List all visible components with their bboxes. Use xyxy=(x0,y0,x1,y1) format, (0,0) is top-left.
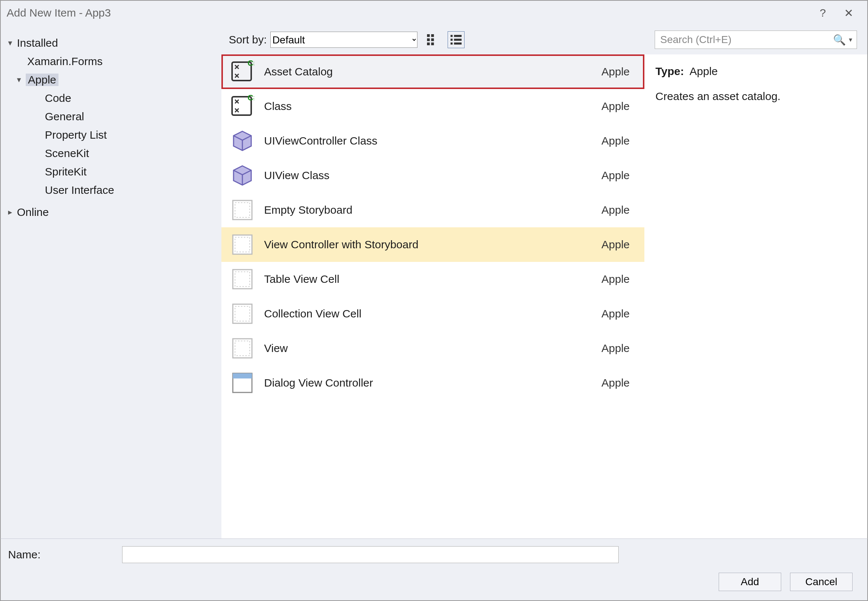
view-tiles-button[interactable] xyxy=(424,31,441,48)
template-name: Class xyxy=(264,100,601,113)
search-box[interactable]: 🔍 ▾ xyxy=(655,31,857,49)
template-name: Collection View Cell xyxy=(264,308,601,320)
template-category: Apple xyxy=(601,100,630,113)
template-row[interactable]: Table View CellApple xyxy=(221,262,644,296)
chevron-down-icon xyxy=(8,38,17,48)
storyboard-icon xyxy=(230,267,255,291)
type-label: Type: xyxy=(655,65,684,77)
template-row[interactable]: View Controller with StoryboardApple xyxy=(221,227,644,262)
name-label: Name: xyxy=(8,548,122,561)
template-name: Empty Storyboard xyxy=(264,204,601,216)
template-description: Type: Apple Creates an asset catalog. xyxy=(644,55,867,538)
tree-apple-general[interactable]: General xyxy=(1,107,221,126)
template-name: View xyxy=(264,342,601,355)
template-row[interactable]: UIView ClassApple xyxy=(221,158,644,193)
template-category: Apple xyxy=(601,377,630,389)
template-list: Asset CatalogAppleClassAppleUIViewContro… xyxy=(221,55,644,538)
search-input[interactable] xyxy=(659,34,830,46)
template-name: Dialog View Controller xyxy=(264,377,601,389)
tree-apple-scenekit[interactable]: SceneKit xyxy=(1,144,221,163)
template-row[interactable]: Collection View CellApple xyxy=(221,296,644,331)
template-row[interactable]: Dialog View ControllerApple xyxy=(221,366,644,400)
template-category: Apple xyxy=(601,342,630,355)
storyboard-icon xyxy=(230,336,255,360)
add-button[interactable]: Add xyxy=(719,573,781,591)
template-row[interactable]: ClassApple xyxy=(221,89,644,124)
template-category: Apple xyxy=(601,169,630,182)
tree-online[interactable]: Online xyxy=(1,203,221,221)
storyboard-icon xyxy=(230,302,255,326)
template-category: Apple xyxy=(601,308,630,320)
tree-apple-user-interface[interactable]: User Interface xyxy=(1,181,221,199)
template-row[interactable]: UIViewController ClassApple xyxy=(221,124,644,158)
template-toolbar: Sort by: Default xyxy=(221,25,644,55)
tree-apple-code[interactable]: Code xyxy=(1,89,221,107)
cancel-button[interactable]: Cancel xyxy=(790,573,853,591)
template-name: Asset Catalog xyxy=(264,66,601,78)
csharp-icon xyxy=(230,59,255,84)
tree-xamarin-forms[interactable]: Xamarin.Forms xyxy=(1,52,221,71)
storyboard-icon xyxy=(230,198,255,222)
template-name: UIView Class xyxy=(264,169,601,182)
sort-by-label: Sort by: xyxy=(229,34,267,46)
tree-label: Installed xyxy=(17,37,62,49)
help-button[interactable]: ? xyxy=(810,7,836,19)
sidebar: Installed Xamarin.Forms Apple Code Gener… xyxy=(1,25,221,538)
template-row[interactable]: Asset CatalogApple xyxy=(221,55,644,89)
template-category: Apple xyxy=(601,238,630,251)
template-category: Apple xyxy=(601,66,630,78)
list-icon xyxy=(450,34,462,45)
view-list-button[interactable] xyxy=(448,31,465,48)
tree-installed[interactable]: Installed xyxy=(1,34,221,52)
template-category: Apple xyxy=(601,204,630,216)
tree-apple[interactable]: Apple xyxy=(1,71,221,89)
template-name: View Controller with Storyboard xyxy=(264,238,601,251)
tree-apple-spritekit[interactable]: SpriteKit xyxy=(1,163,221,181)
template-name: UIViewController Class xyxy=(264,134,601,147)
name-input[interactable] xyxy=(122,546,619,563)
template-category: Apple xyxy=(601,134,630,147)
search-bar: 🔍 ▾ xyxy=(644,25,867,55)
template-row[interactable]: Empty StoryboardApple xyxy=(221,193,644,227)
window-title: Add New Item - App3 xyxy=(7,7,111,19)
storyboard-icon xyxy=(230,232,255,257)
search-icon[interactable]: 🔍 xyxy=(833,34,846,46)
template-category: Apple xyxy=(601,273,630,285)
dialog-icon xyxy=(230,371,255,395)
tree-apple-property-list[interactable]: Property List xyxy=(1,126,221,144)
titlebar: Add New Item - App3 ? ✕ xyxy=(0,0,868,25)
close-button[interactable]: ✕ xyxy=(836,7,861,20)
template-name: Table View Cell xyxy=(264,273,601,285)
tiles-icon xyxy=(427,34,438,45)
details-panel: 🔍 ▾ Type: Apple Creates an asset catalog… xyxy=(644,25,867,538)
description-text: Creates an asset catalog. xyxy=(655,87,856,105)
template-panel: Sort by: Default Asset CatalogAppleClass… xyxy=(221,25,644,538)
template-row[interactable]: ViewApple xyxy=(221,331,644,366)
bottom-bar: Name: Add Cancel xyxy=(0,538,868,601)
chevron-down-icon xyxy=(17,75,26,85)
cube-icon xyxy=(230,129,255,153)
search-dropdown-icon[interactable]: ▾ xyxy=(849,36,852,44)
sort-by-select[interactable]: Default xyxy=(270,32,418,48)
type-value: Apple xyxy=(690,65,718,77)
cube-icon xyxy=(230,163,255,188)
csharp-icon xyxy=(230,94,255,119)
chevron-right-icon xyxy=(8,207,17,217)
